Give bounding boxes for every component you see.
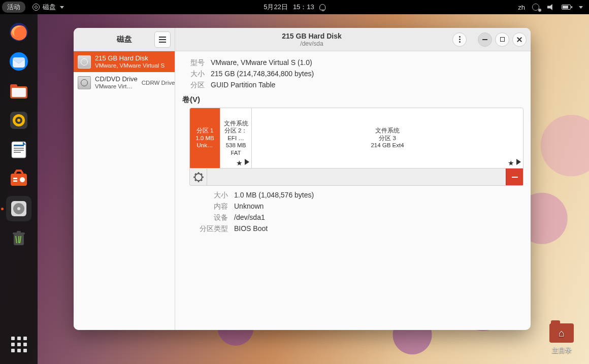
show-applications-button[interactable]: [6, 332, 31, 357]
label-size: 大小: [182, 70, 205, 79]
app-menu-label: 磁盘: [43, 3, 56, 12]
minimize-icon: [482, 39, 487, 40]
system-tray[interactable]: zh: [518, 4, 589, 11]
device-sub2: CDRW Drive: [142, 80, 175, 86]
device-name: CD/DVD Drive: [95, 75, 138, 83]
window-body: 215 GB Hard Disk VMware, VMware Virtual …: [74, 51, 531, 330]
dots-vertical-icon: [459, 36, 461, 43]
optical-drive-icon: [78, 76, 91, 89]
partition-2[interactable]: 文件系统 分区 2：EFI … 538 MB FAT ★: [220, 108, 252, 168]
dock-thunderbird[interactable]: [6, 49, 31, 74]
partition-size: 1.0 MB Unk…: [192, 135, 218, 149]
mount-icon[interactable]: [245, 159, 249, 165]
svg-rect-12: [14, 150, 24, 151]
disks-icon: [32, 4, 40, 11]
partition-size: 214 GB Ext4: [371, 142, 404, 149]
partition-label: 分区 1: [197, 127, 214, 134]
network-icon[interactable]: [532, 4, 540, 11]
partition-label: 分区 2：EFI …: [222, 127, 249, 142]
desktop-home-label: 主目录: [549, 346, 574, 355]
dock-rhythmbox[interactable]: [6, 108, 31, 133]
main-panel: 型号VMware, VMware Virtual S (1.0) 大小215 G…: [175, 51, 531, 330]
hard-disk-icon: [78, 55, 91, 69]
titlebar-right: [448, 28, 531, 51]
dock-ubuntu-software[interactable]: [6, 167, 31, 192]
minimize-button[interactable]: [478, 32, 492, 47]
svg-rect-4: [12, 88, 26, 97]
dock-disks[interactable]: [6, 196, 31, 221]
partition-1[interactable]: 分区 1 1.0 MB Unk…: [190, 108, 220, 168]
svg-point-20: [17, 207, 20, 210]
star-icon: ★: [236, 159, 243, 167]
titlebar[interactable]: 磁盘 215 GB Hard Disk /dev/sda: [74, 28, 531, 51]
gear-icon: [194, 173, 203, 181]
value-psize: 1.0 MB (1,048,576 bytes): [234, 191, 314, 200]
star-icon: ★: [508, 159, 514, 167]
close-icon: [516, 37, 522, 43]
folder-icon: [549, 323, 574, 343]
minus-icon: [512, 177, 518, 178]
volume-map: 分区 1 1.0 MB Unk… 文件系统 分区 2：EFI … 538 MB …: [189, 108, 523, 169]
date-label: 5月22日: [264, 3, 288, 12]
window-subtitle: /dev/sda: [300, 40, 323, 47]
svg-rect-13: [14, 152, 21, 153]
label-psize: 大小: [188, 191, 228, 200]
device-item-cdrom[interactable]: CD/DVD Drive VMware Virt… CDRW Drive: [74, 72, 175, 93]
label-content: 内容: [188, 202, 228, 211]
svg-rect-15: [13, 178, 17, 179]
device-sub: VMware, VMware Virtual S: [95, 62, 165, 70]
clock-area[interactable]: 5月22日 15：13: [264, 3, 325, 12]
partition-3[interactable]: 文件系统 分区 3 214 GB Ext4 ★: [252, 108, 523, 168]
svg-rect-3: [10, 84, 17, 88]
volume-icon[interactable]: [547, 4, 554, 10]
window-title: 215 GB Hard Disk: [282, 32, 342, 40]
svg-rect-16: [13, 180, 17, 182]
top-bar: 活动 磁盘 5月22日 15：13 zh: [0, 0, 589, 14]
maximize-button[interactable]: [495, 32, 509, 47]
device-item-hard-disk[interactable]: 215 GB Hard Disk VMware, VMware Virtual …: [74, 51, 175, 72]
label-model: 型号: [182, 58, 205, 68]
desktop-home-folder[interactable]: 主目录: [549, 323, 574, 355]
close-button[interactable]: [512, 32, 527, 47]
label-partitioning: 分区: [182, 81, 205, 90]
dock-libreoffice-writer[interactable]: [6, 137, 31, 162]
battery-icon[interactable]: [562, 5, 571, 10]
mount-icon[interactable]: [516, 159, 521, 165]
value-partitioning: GUID Partition Table: [211, 81, 275, 90]
label-device: 设备: [188, 213, 228, 222]
svg-point-17: [20, 177, 25, 182]
device-sub: VMware Virt…: [95, 83, 138, 90]
partition-fs: 文件系统: [375, 127, 400, 134]
value-size: 215 GB (214,748,364,800 bytes): [211, 70, 314, 79]
partition-options-button[interactable]: [190, 169, 207, 185]
value-model: VMware, VMware Virtual S (1.0): [211, 58, 312, 68]
drive-menu-button[interactable]: [452, 32, 467, 47]
chevron-down-icon: [60, 6, 64, 9]
value-device: /dev/sda1: [234, 213, 265, 222]
maximize-icon: [500, 37, 505, 42]
input-method-label[interactable]: zh: [518, 4, 525, 11]
volumes-header: 卷(V): [182, 95, 523, 105]
svg-point-8: [17, 119, 20, 122]
partition-fs: 文件系统: [224, 120, 248, 127]
svg-rect-23: [17, 231, 21, 233]
titlebar-center: 215 GB Hard Disk /dev/sda: [175, 28, 448, 51]
sidebar-title: 磁盘: [97, 35, 151, 44]
activities-button[interactable]: 活动: [2, 2, 25, 13]
device-sidebar: 215 GB Hard Disk VMware, VMware Virtual …: [74, 51, 175, 330]
label-ptype: 分区类型: [188, 224, 228, 234]
dock-files[interactable]: [6, 78, 31, 104]
delete-partition-button[interactable]: [506, 169, 523, 185]
value-content: Unknown: [234, 202, 264, 211]
time-label: 15：13: [293, 3, 314, 12]
dock-trash[interactable]: [6, 225, 31, 251]
volume-toolbar: [189, 169, 523, 186]
app-menu[interactable]: 磁盘: [32, 3, 64, 12]
dock-firefox[interactable]: [6, 19, 31, 45]
svg-rect-11: [14, 148, 24, 149]
app-menu-button[interactable]: [154, 31, 171, 48]
partition-details: 大小1.0 MB (1,048,576 bytes) 内容Unknown 设备/…: [188, 191, 523, 234]
disks-window: 磁盘 215 GB Hard Disk /dev/sda 215 GB Hard…: [74, 28, 531, 330]
value-ptype: BIOS Boot: [234, 224, 268, 234]
svg-rect-10: [14, 145, 24, 146]
